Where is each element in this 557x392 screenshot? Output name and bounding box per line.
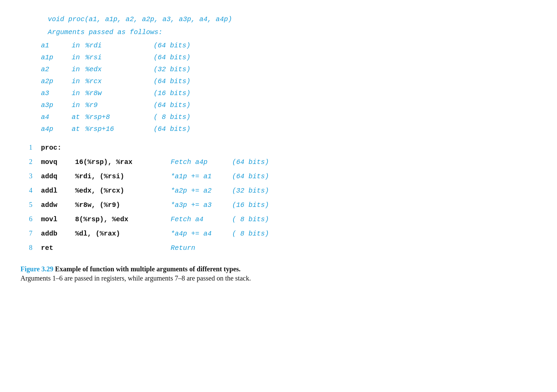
arg-name: a2p — [41, 75, 72, 87]
asm-row: 1 proc: — [20, 140, 537, 155]
asm-operands: %dl, (%rax) — [75, 227, 171, 241]
arg-register: %edx — [85, 63, 154, 75]
arg-register: %rsp+16 — [85, 123, 154, 135]
asm-operands: %rdi, (%rsi) — [75, 170, 171, 183]
arg-name: a4 — [41, 111, 72, 123]
arg-prep: in — [72, 87, 85, 99]
figure-label: Figure 3.29 — [20, 265, 53, 273]
line-number: 5 — [20, 198, 38, 211]
asm-operands: %edx, (%rcx) — [75, 184, 171, 198]
asm-mnemonic: movl — [41, 213, 75, 226]
arg-register: %rsi — [85, 51, 154, 63]
arg-prep: in — [72, 40, 85, 51]
asm-row: 7 addb %dl, (%rax) *a4p += a4 ( 8 bits) — [20, 226, 537, 241]
asm-mnemonic: addw — [41, 198, 75, 212]
asm-comment: Fetch a4p — [171, 155, 232, 169]
arg-prep: in — [72, 75, 85, 87]
asm-comment: *a4p += a4 — [171, 227, 232, 241]
asm-comment: Return — [171, 241, 232, 255]
asm-mnemonic: addl — [41, 184, 75, 198]
asm-comment: *a3p += a3 — [171, 198, 232, 212]
asm-mnemonic: addq — [41, 170, 75, 183]
function-signature: void proc(a1, a1p, a2, a2p, a3, a3p, a4,… — [48, 14, 537, 25]
figure-title-line: Figure 3.29 Example of function with mul… — [20, 265, 537, 273]
asm-mnemonic: addb — [41, 227, 75, 241]
arg-bits: (64 bits) — [154, 123, 190, 135]
arg-row: a2 in %edx (32 bits) — [41, 63, 537, 75]
asm-row: 6 movl 8(%rsp), %edx Fetch a4 ( 8 bits) — [20, 212, 537, 226]
arg-prep: in — [72, 51, 85, 63]
arg-row: a3p in %r9 (64 bits) — [41, 99, 537, 111]
arg-row: a3 in %r8w (16 bits) — [41, 87, 537, 99]
asm-comment-bits: (16 bits) — [232, 198, 269, 212]
asm-comment-bits: ( 8 bits) — [232, 227, 269, 241]
args-description: Arguments passed as follows: — [48, 27, 537, 38]
arg-bits: (64 bits) — [154, 99, 190, 111]
arg-register: %rsp+8 — [85, 111, 154, 123]
asm-row: 4 addl %edx, (%rcx) *a2p += a2 (32 bits) — [20, 183, 537, 198]
asm-label: proc: — [41, 141, 61, 155]
asm-row: 5 addw %r8w, (%r9) *a3p += a3 (16 bits) — [20, 198, 537, 212]
arg-prep: at — [72, 123, 85, 135]
arg-bits: (64 bits) — [154, 40, 190, 51]
line-number: 6 — [20, 212, 38, 226]
line-number: 1 — [20, 140, 38, 154]
figure-description: Arguments 1–6 are passed in registers, w… — [20, 274, 537, 282]
asm-comment-bits: (64 bits) — [232, 170, 269, 183]
asm-comment: *a1p += a1 — [171, 170, 232, 183]
arg-name: a3 — [41, 87, 72, 99]
line-number: 3 — [20, 169, 38, 183]
arg-register: %rcx — [85, 75, 154, 87]
asm-mnemonic: ret — [41, 241, 75, 255]
arg-bits: (32 bits) — [154, 63, 190, 75]
arg-name: a1 — [41, 40, 72, 51]
asm-operands: %r8w, (%r9) — [75, 198, 171, 212]
arg-name: a3p — [41, 99, 72, 111]
arg-bits: (64 bits) — [154, 51, 190, 63]
assembly-table: 1 proc: 2 movq 16(%rsp), %rax Fetch a4p … — [20, 140, 537, 255]
arg-row: a1p in %rsi (64 bits) — [41, 51, 537, 63]
arg-name: a1p — [41, 51, 72, 63]
args-table: a1 in %rdi (64 bits) a1p in %rsi (64 bit… — [41, 40, 537, 135]
asm-comment-bits: (64 bits) — [232, 155, 269, 169]
arg-name: a2 — [41, 63, 72, 75]
asm-comment: *a2p += a2 — [171, 184, 232, 198]
line-number: 4 — [20, 183, 38, 197]
page-content: void proc(a1, a1p, a2, a2p, a3, a3p, a4,… — [20, 14, 537, 282]
arg-row: a2p in %rcx (64 bits) — [41, 75, 537, 87]
arg-name: a4p — [41, 123, 72, 135]
asm-row: 3 addq %rdi, (%rsi) *a1p += a1 (64 bits) — [20, 169, 537, 183]
figure-caption: Figure 3.29 Example of function with mul… — [20, 265, 537, 282]
asm-row: 8 ret Return — [20, 241, 537, 255]
arg-row: a4 at %rsp+8 ( 8 bits) — [41, 111, 537, 123]
arg-register: %r9 — [85, 99, 154, 111]
arg-bits: (64 bits) — [154, 75, 190, 87]
line-number: 2 — [20, 155, 38, 168]
arg-bits: ( 8 bits) — [154, 111, 190, 123]
arg-row: a1 in %rdi (64 bits) — [41, 40, 537, 51]
asm-row: 2 movq 16(%rsp), %rax Fetch a4p (64 bits… — [20, 155, 537, 169]
args-desc-text: Arguments passed as follows: — [48, 28, 162, 36]
arg-register: %r8w — [85, 87, 154, 99]
asm-mnemonic: movq — [41, 155, 75, 169]
asm-comment-bits: (32 bits) — [232, 184, 269, 198]
asm-comment-bits: ( 8 bits) — [232, 213, 269, 226]
line-number: 8 — [20, 241, 38, 254]
arg-bits: (16 bits) — [154, 87, 190, 99]
arg-prep: in — [72, 99, 85, 111]
figure-title: Example of function with multiple argume… — [53, 265, 241, 273]
asm-comment: Fetch a4 — [171, 213, 232, 226]
asm-operands: 8(%rsp), %edx — [75, 213, 171, 226]
arg-register: %rdi — [85, 40, 154, 51]
line-number: 7 — [20, 226, 38, 240]
arg-row: a4p at %rsp+16 (64 bits) — [41, 123, 537, 135]
arg-prep: in — [72, 63, 85, 75]
signature-text: void proc(a1, a1p, a2, a2p, a3, a3p, a4,… — [48, 15, 232, 23]
arg-prep: at — [72, 111, 85, 123]
asm-operands: 16(%rsp), %rax — [75, 155, 171, 169]
